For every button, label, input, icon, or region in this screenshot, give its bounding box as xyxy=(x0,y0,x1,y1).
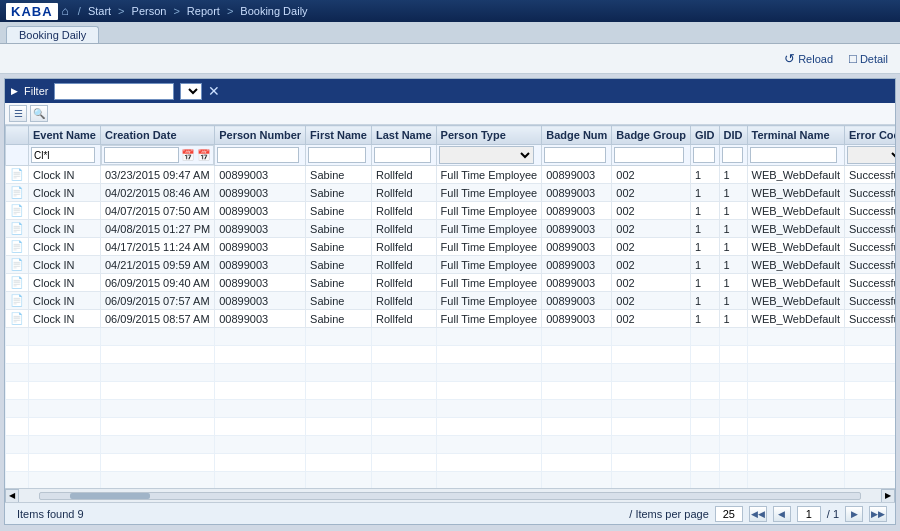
cell-person_number: 00899003 xyxy=(215,166,306,184)
filter-dropdown[interactable] xyxy=(180,83,202,100)
col-header-person-type[interactable]: Person Type xyxy=(436,126,542,145)
col-header-first-name[interactable]: First Name xyxy=(306,126,372,145)
items-per-page-input[interactable] xyxy=(715,506,743,522)
detail-label: Detail xyxy=(860,53,888,65)
scroll-left-button[interactable]: ◀ xyxy=(5,489,19,503)
table-row[interactable]: 📄Clock IN04/21/2015 09:59 AM00899003Sabi… xyxy=(6,256,896,274)
col-header-gid[interactable]: GID xyxy=(691,126,720,145)
nav-person[interactable]: Person xyxy=(132,5,167,17)
cell-badge_group: 002 xyxy=(612,274,691,292)
filter-clear-button[interactable]: ✕ xyxy=(208,83,220,99)
filter-creation-date-input[interactable] xyxy=(104,147,179,163)
filter-badge-num-cell xyxy=(542,145,612,166)
filter-first-name-input[interactable] xyxy=(308,147,366,163)
col-header-person-number[interactable]: Person Number xyxy=(215,126,306,145)
filter-expand-icon[interactable]: ▶ xyxy=(11,86,18,96)
cell-did: 1 xyxy=(719,310,747,328)
cell-badge_group: 002 xyxy=(612,166,691,184)
cell-terminal_name: WEB_WebDefault xyxy=(747,184,844,202)
cell-error_code: Successful xyxy=(844,310,895,328)
col-header-creation-date[interactable]: Creation Date xyxy=(100,126,214,145)
filter-badge-group-input[interactable] xyxy=(614,147,684,163)
table-row[interactable]: 📄Clock IN06/09/2015 07:57 AM00899003Sabi… xyxy=(6,292,896,310)
cell-person_number: 00899003 xyxy=(215,256,306,274)
col-header-did[interactable]: DID xyxy=(719,126,747,145)
calendar-icon[interactable]: 📅 xyxy=(181,149,195,162)
cell-last_name: Rollfeld xyxy=(371,238,436,256)
col-header-badge-group[interactable]: Badge Group xyxy=(612,126,691,145)
cell-creation_date: 04/21/2015 09:59 AM xyxy=(100,256,214,274)
filter-terminal-name-input[interactable] xyxy=(750,147,838,163)
empty-row xyxy=(6,436,896,454)
col-header-terminal-name[interactable]: Terminal Name xyxy=(747,126,844,145)
kaba-logo: KABA xyxy=(6,3,58,20)
cell-creation_date: 06/09/2015 08:57 AM xyxy=(100,310,214,328)
table-row[interactable]: 📄Clock IN06/09/2015 08:57 AM00899003Sabi… xyxy=(6,310,896,328)
table-row[interactable]: 📄Clock IN06/09/2015 09:40 AM00899003Sabi… xyxy=(6,274,896,292)
filter-person-type-cell: Full Time Employee xyxy=(436,145,542,166)
grid-select-all-button[interactable]: ☰ xyxy=(9,105,27,122)
col-header-last-name[interactable]: Last Name xyxy=(371,126,436,145)
empty-row xyxy=(6,328,896,346)
scroll-right-button[interactable]: ▶ xyxy=(881,489,895,503)
filter-did-input[interactable] xyxy=(722,147,744,163)
cell-gid: 1 xyxy=(691,238,720,256)
toolbar: ↺ Reload □ Detail xyxy=(0,44,900,74)
horizontal-scrollbar[interactable]: ◀ ▶ xyxy=(5,488,895,502)
filter-person-number-input[interactable] xyxy=(217,147,299,163)
cell-first_name: Sabine xyxy=(306,166,372,184)
grid-search-button[interactable]: 🔍 xyxy=(30,105,48,122)
col-header-error-code[interactable]: Error Code xyxy=(844,126,895,145)
page-next-button[interactable]: ▶ xyxy=(845,506,863,522)
items-found-label: Items found 9 xyxy=(13,508,84,520)
cell-person_type: Full Time Employee xyxy=(436,310,542,328)
table-row[interactable]: 📄Clock IN04/17/2015 11:24 AM00899003Sabi… xyxy=(6,238,896,256)
table-row[interactable]: 📄Clock IN04/08/2015 01:27 PM00899003Sabi… xyxy=(6,220,896,238)
filter-event-name-input[interactable] xyxy=(31,147,95,163)
cell-did: 1 xyxy=(719,292,747,310)
page-first-button[interactable]: ◀◀ xyxy=(749,506,767,522)
col-header-event-name[interactable]: Event Name xyxy=(29,126,101,145)
filter-error-code-select[interactable]: Successful xyxy=(847,146,895,164)
nav-start[interactable]: Start xyxy=(88,5,111,17)
filter-last-name-cell xyxy=(371,145,436,166)
filter-gid-input[interactable] xyxy=(693,147,715,163)
cell-error_code: Successful xyxy=(844,274,895,292)
cell-gid: 1 xyxy=(691,220,720,238)
cell-terminal_name: WEB_WebDefault xyxy=(747,202,844,220)
filter-first-name-cell xyxy=(306,145,372,166)
cell-terminal_name: WEB_WebDefault xyxy=(747,274,844,292)
table-header-row: Event Name Creation Date Person Number F… xyxy=(6,126,896,145)
filter-badge-num-input[interactable] xyxy=(544,147,606,163)
home-icon[interactable]: ⌂ xyxy=(62,4,69,18)
page-last-button[interactable]: ▶▶ xyxy=(869,506,887,522)
data-table-container[interactable]: Event Name Creation Date Person Number F… xyxy=(5,125,895,488)
cell-badge_group: 002 xyxy=(612,292,691,310)
table-row[interactable]: 📄Clock IN04/02/2015 08:46 AM00899003Sabi… xyxy=(6,184,896,202)
cell-did: 1 xyxy=(719,220,747,238)
table-row[interactable]: 📄Clock IN04/07/2015 07:50 AM00899003Sabi… xyxy=(6,202,896,220)
filter-last-name-input[interactable] xyxy=(374,147,431,163)
page-prev-button[interactable]: ◀ xyxy=(773,506,791,522)
tab-booking-daily[interactable]: Booking Daily xyxy=(6,26,99,43)
cell-did: 1 xyxy=(719,238,747,256)
page-number-input[interactable] xyxy=(797,506,821,522)
calendar-icon-2[interactable]: 📅 xyxy=(197,149,211,162)
reload-button[interactable]: ↺ Reload xyxy=(780,49,837,68)
column-filter-row: 📅 📅 Full Time Employee Success xyxy=(6,145,896,166)
cell-last_name: Rollfeld xyxy=(371,256,436,274)
nav-report[interactable]: Report xyxy=(187,5,220,17)
detail-button[interactable]: □ Detail xyxy=(845,49,892,68)
cell-gid: 1 xyxy=(691,292,720,310)
table-row[interactable]: 📄Clock IN03/23/2015 09:47 AM00899003Sabi… xyxy=(6,166,896,184)
filter-person-type-select[interactable]: Full Time Employee xyxy=(439,146,535,164)
cell-last_name: Rollfeld xyxy=(371,292,436,310)
scroll-thumb xyxy=(70,493,150,499)
filter-input[interactable] xyxy=(54,83,174,100)
cell-badge_group: 002 xyxy=(612,220,691,238)
cell-person_type: Full Time Employee xyxy=(436,202,542,220)
cell-last_name: Rollfeld xyxy=(371,220,436,238)
cell-badge_group: 002 xyxy=(612,238,691,256)
cell-icon: 📄 xyxy=(6,202,29,220)
col-header-badge-num[interactable]: Badge Num xyxy=(542,126,612,145)
